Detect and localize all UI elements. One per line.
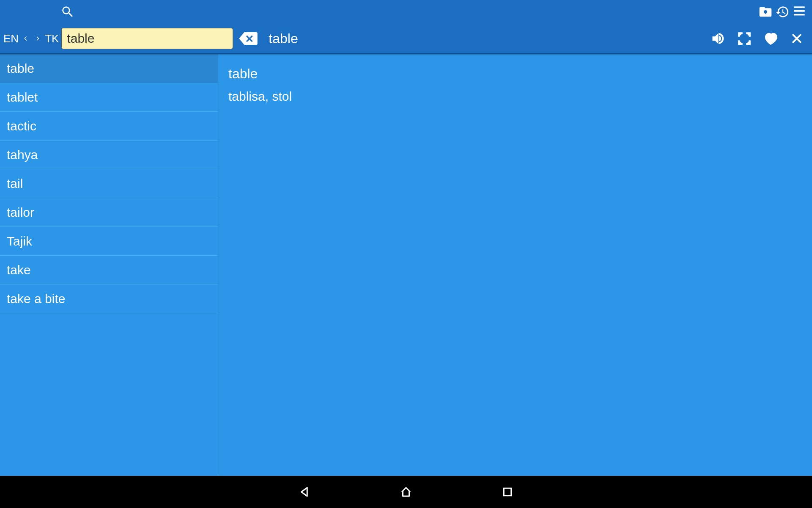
word-list-item[interactable]: tactic <box>0 112 218 141</box>
word-list-item-label: take a bite <box>7 292 65 306</box>
search-input[interactable] <box>61 28 233 49</box>
word-list-item-label: take <box>7 263 31 277</box>
svg-rect-0 <box>504 488 511 496</box>
word-list-item[interactable]: tailor <box>0 198 218 227</box>
definition-panel: table tablisa, stol <box>218 54 812 476</box>
menu-icon[interactable] <box>791 3 808 20</box>
header-top-bar <box>0 0 812 24</box>
android-nav-bar <box>0 476 812 508</box>
word-list-item[interactable]: tail <box>0 169 218 198</box>
word-list-item-label: tablet <box>7 90 38 105</box>
word-list-item-label: tail <box>7 177 23 191</box>
chevron-right-icon[interactable] <box>33 31 42 46</box>
nav-home-icon[interactable] <box>398 483 414 500</box>
word-list-item-label: table <box>7 61 34 76</box>
header-search-bar: EN TK table <box>0 24 812 54</box>
word-list-item[interactable]: tahya <box>0 141 218 169</box>
word-list-item[interactable]: table <box>0 54 218 83</box>
close-icon[interactable] <box>785 27 809 50</box>
history-icon[interactable] <box>774 3 791 20</box>
search-icon[interactable] <box>59 3 76 20</box>
chevron-left-icon[interactable] <box>21 31 30 46</box>
word-list-item-label: tahya <box>7 148 38 162</box>
word-list-item[interactable]: take a bite <box>0 284 218 313</box>
definition-translation: tablisa, stol <box>228 89 802 104</box>
current-word-label: table <box>269 31 298 47</box>
app-root: EN TK table tabletablettactictahyatailta… <box>0 0 812 476</box>
definition-headword: table <box>228 66 802 82</box>
word-list-item[interactable]: Tajik <box>0 227 218 256</box>
word-list-item-label: tactic <box>7 119 36 133</box>
backspace-icon[interactable] <box>238 31 258 46</box>
word-list-item-label: tailor <box>7 205 34 220</box>
word-list-item[interactable]: take <box>0 256 218 284</box>
lang-from-label[interactable]: EN <box>3 32 19 45</box>
word-list[interactable]: tabletablettactictahyatailtailorTajiktak… <box>0 54 218 476</box>
main-content: tabletablettactictahyatailtailorTajiktak… <box>0 54 812 476</box>
speaker-icon[interactable] <box>706 27 730 50</box>
favorites-folder-icon[interactable] <box>757 3 774 20</box>
lang-to-label[interactable]: TK <box>45 32 59 45</box>
word-list-item-label: Tajik <box>7 234 32 248</box>
heart-icon[interactable] <box>759 27 782 50</box>
word-list-item[interactable]: tablet <box>0 83 218 112</box>
fullscreen-icon[interactable] <box>732 27 756 50</box>
nav-back-icon[interactable] <box>296 483 313 500</box>
nav-recent-icon[interactable] <box>499 483 516 500</box>
